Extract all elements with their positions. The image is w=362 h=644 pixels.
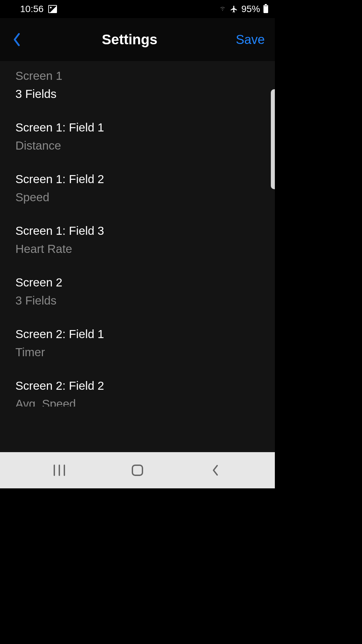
row-value: Speed — [15, 191, 275, 204]
save-button[interactable]: Save — [236, 33, 265, 47]
row-title: Screen 1: Field 1 — [15, 121, 275, 134]
battery-percent: 95% — [241, 4, 260, 14]
scrollbar-thumb[interactable] — [271, 89, 275, 189]
status-left: 10:56 — [7, 4, 57, 14]
setting-row-screen1-field3[interactable]: Screen 1: Field 3 Heart Rate — [15, 224, 275, 256]
page-title: Settings — [23, 32, 236, 48]
app-header: Settings Save — [0, 18, 275, 61]
airplane-mode-icon — [230, 5, 238, 13]
battery-icon — [263, 5, 268, 13]
row-value: Timer — [15, 345, 275, 359]
nav-recent-apps-button[interactable] — [54, 465, 65, 476]
settings-list[interactable]: Screen 1 3 Fields Screen 1: Field 1 Dist… — [0, 61, 275, 452]
row-title: Screen 2: Field 2 — [15, 379, 275, 392]
status-bar: 10:56 95% — [0, 0, 275, 18]
setting-row-screen2-field2[interactable]: Screen 2: Field 2 Avg. Speed — [15, 379, 275, 407]
setting-row-screen1[interactable]: Screen 1 3 Fields — [15, 69, 275, 101]
chevron-left-icon — [212, 465, 219, 476]
setting-row-screen2-field1[interactable]: Screen 2: Field 1 Timer — [15, 327, 275, 359]
row-title: Screen 1: Field 2 — [15, 172, 275, 186]
status-time: 10:56 — [20, 4, 44, 14]
nav-back-button[interactable] — [210, 465, 221, 476]
back-button[interactable] — [10, 31, 23, 48]
nav-home-button[interactable] — [132, 465, 143, 476]
row-title: Screen 1: Field 3 — [15, 224, 275, 237]
setting-row-screen2[interactable]: Screen 2 3 Fields — [15, 276, 275, 307]
row-value: 3 Fields — [15, 87, 275, 101]
setting-row-screen1-field1[interactable]: Screen 1: Field 1 Distance — [15, 121, 275, 152]
row-value: Heart Rate — [15, 242, 275, 256]
row-title: Screen 1 — [15, 69, 275, 83]
system-nav-bar — [0, 452, 275, 488]
wifi-icon — [219, 5, 227, 13]
setting-row-screen1-field2[interactable]: Screen 1: Field 2 Speed — [15, 172, 275, 204]
row-title: Screen 2: Field 1 — [15, 327, 275, 341]
screenshot-notification-icon — [48, 5, 57, 13]
status-right: 95% — [219, 4, 268, 14]
row-value: Avg. Speed — [15, 397, 275, 407]
row-title: Screen 2 — [15, 276, 275, 289]
row-value: Distance — [15, 139, 275, 152]
chevron-left-icon — [13, 33, 20, 47]
row-value: 3 Fields — [15, 294, 275, 307]
